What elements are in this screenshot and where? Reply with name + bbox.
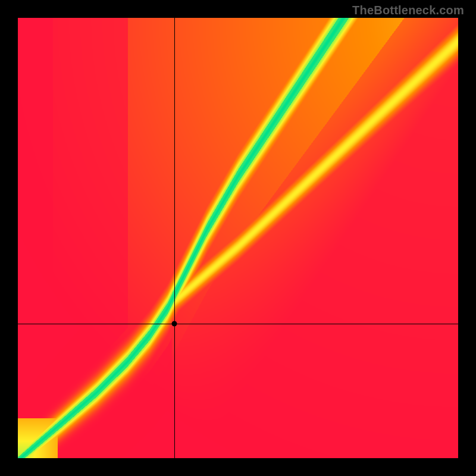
chart-container: TheBottleneck.com — [0, 0, 476, 476]
plot-frame — [18, 18, 458, 458]
watermark-text: TheBottleneck.com — [352, 4, 464, 17]
heatmap-canvas — [18, 18, 458, 458]
